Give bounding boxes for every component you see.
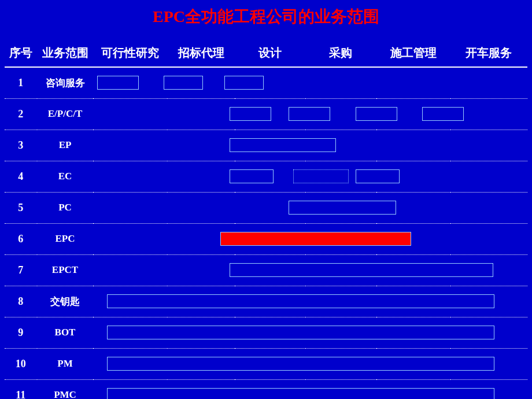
row-index: 1 — [5, 67, 37, 98]
table-row: 6EPC — [5, 223, 527, 254]
table-row: 9BOT — [5, 317, 527, 348]
col-header-1: 业务范围 — [37, 39, 94, 67]
bar-cell — [93, 98, 527, 130]
row-index: 4 — [5, 161, 37, 192]
row-index: 3 — [5, 130, 37, 161]
row-label: 交钥匙 — [37, 286, 94, 317]
table-row: 5PC — [5, 192, 527, 223]
row-label: EPCT — [37, 254, 94, 286]
bar-cell — [93, 254, 527, 286]
row-label: BOT — [37, 317, 94, 348]
coverage-bar — [293, 169, 349, 183]
coverage-bar — [97, 76, 139, 90]
scope-table-container: 序号业务范围可行性研究招标代理设计采购施工管理开车服务 1咨询服务2E/P/C/… — [0, 39, 532, 399]
coverage-bar — [220, 232, 411, 246]
coverage-bar — [107, 294, 494, 308]
table-row: 3EP — [5, 130, 527, 161]
coverage-bar — [164, 76, 203, 90]
col-header-6: 施工管理 — [376, 39, 450, 67]
table-row: 4EC — [5, 161, 527, 192]
coverage-bar — [107, 388, 494, 399]
bar-cell — [93, 192, 527, 223]
bar-cell — [93, 161, 527, 192]
row-index: 9 — [5, 317, 37, 348]
col-header-0: 序号 — [5, 39, 37, 67]
row-label: EC — [37, 161, 94, 192]
col-header-5: 采购 — [305, 39, 376, 67]
bar-cell — [93, 67, 527, 98]
coverage-bar — [107, 357, 494, 371]
table-row: 10PM — [5, 348, 527, 379]
col-header-4: 设计 — [235, 39, 305, 67]
row-index: 6 — [5, 223, 37, 254]
coverage-bar — [422, 107, 464, 121]
coverage-bar — [356, 107, 397, 121]
table-row: 1咨询服务 — [5, 67, 527, 98]
row-index: 10 — [5, 348, 37, 379]
table-row: 11PMC — [5, 379, 527, 399]
row-index: 11 — [5, 379, 37, 399]
coverage-bar — [107, 326, 494, 339]
row-index: 5 — [5, 192, 37, 223]
bar-cell — [93, 223, 527, 254]
table-row: 2E/P/C/T — [5, 98, 527, 130]
coverage-bar — [230, 107, 271, 121]
row-label: PM — [37, 348, 94, 379]
row-index: 8 — [5, 286, 37, 317]
row-index: 2 — [5, 98, 37, 130]
col-header-3: 招标代理 — [167, 39, 235, 67]
coverage-bar — [230, 263, 493, 277]
bar-cell — [93, 317, 527, 348]
row-label: E/P/C/T — [37, 98, 94, 130]
scope-table: 序号业务范围可行性研究招标代理设计采购施工管理开车服务 1咨询服务2E/P/C/… — [5, 39, 527, 399]
row-label: 咨询服务 — [37, 67, 94, 98]
coverage-bar — [289, 107, 330, 121]
row-label: PMC — [37, 379, 94, 399]
bar-cell — [93, 286, 527, 317]
row-label: EP — [37, 130, 94, 161]
row-label: EPC — [37, 223, 94, 254]
bar-cell — [93, 379, 527, 399]
coverage-bar — [224, 76, 264, 90]
coverage-bar — [356, 169, 400, 183]
bar-cell — [93, 130, 527, 161]
page-title: EPC全功能工程公司的业务范围 — [0, 0, 532, 39]
coverage-bar — [230, 169, 274, 183]
table-row: 7EPCT — [5, 254, 527, 286]
table-body: 1咨询服务2E/P/C/T3EP4EC5PC6EPC7EPCT8交钥匙9BOT1… — [5, 67, 527, 399]
table-header-row: 序号业务范围可行性研究招标代理设计采购施工管理开车服务 — [5, 39, 527, 67]
row-label: PC — [37, 192, 94, 223]
col-header-7: 开车服务 — [450, 39, 528, 67]
row-index: 7 — [5, 254, 37, 286]
coverage-bar — [230, 138, 336, 152]
col-header-2: 可行性研究 — [93, 39, 167, 67]
coverage-bar — [289, 201, 396, 215]
table-row: 8交钥匙 — [5, 286, 527, 317]
bar-cell — [93, 348, 527, 379]
